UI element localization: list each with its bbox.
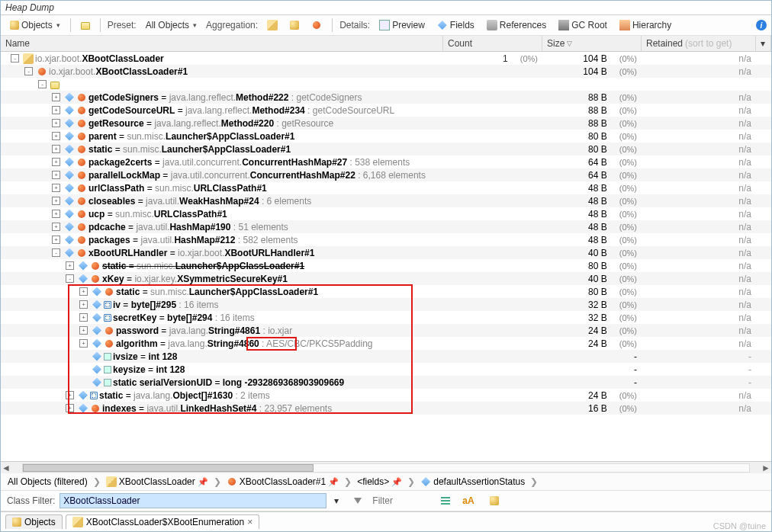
twisty-icon[interactable]: + bbox=[79, 287, 88, 296]
gcroot-button[interactable]: GC Root bbox=[554, 18, 612, 33]
twisty-icon[interactable]: + bbox=[79, 300, 88, 309]
view-list-button[interactable] bbox=[436, 495, 455, 507]
crumb-class[interactable]: XBootClassLoader 📌 bbox=[104, 476, 211, 488]
subfilter-input[interactable] bbox=[369, 493, 430, 508]
twisty-icon[interactable]: - bbox=[38, 80, 47, 88]
object-tree[interactable]: -io.xjar.boot.XBootClassLoader1 (0%)104 … bbox=[1, 52, 771, 461]
twisty-icon[interactable]: + bbox=[52, 197, 60, 205]
twisty-icon[interactable]: + bbox=[52, 171, 60, 179]
col-count[interactable]: Count bbox=[443, 36, 542, 51]
table-row[interactable]: +iv = byte[]#295 : 16 items32 B (0%)n/a bbox=[1, 298, 771, 311]
table-row[interactable]: +pdcache = java.util.HashMap#190 : 51 el… bbox=[1, 220, 771, 233]
hierarchy-button[interactable]: Hierarchy bbox=[615, 18, 676, 33]
twisty-icon[interactable]: - bbox=[52, 248, 60, 257]
crumb-all-objects[interactable]: All Objects (filtered) bbox=[5, 476, 90, 488]
twisty-icon[interactable]: + bbox=[79, 326, 88, 335]
table-row[interactable]: keysize = int 128-- bbox=[1, 363, 771, 376]
file-button[interactable] bbox=[76, 18, 95, 32]
horizontal-scrollbar[interactable]: ◄ ► bbox=[1, 461, 771, 473]
table-row[interactable]: +getResource = java.lang.reflect.Method#… bbox=[1, 117, 771, 130]
preset-value[interactable]: All Objects bbox=[141, 18, 201, 33]
table-row[interactable]: +packages = java.util.HashMap#212 : 582 … bbox=[1, 233, 771, 246]
twisty-icon[interactable]: + bbox=[52, 145, 60, 153]
pin-icon[interactable]: 📌 bbox=[391, 477, 402, 487]
cell-size: 104 B (0%) bbox=[542, 66, 642, 77]
agg-opt3[interactable] bbox=[307, 18, 326, 33]
twisty-icon[interactable]: + bbox=[66, 261, 74, 270]
twisty-icon[interactable]: + bbox=[52, 93, 60, 101]
scroll-right-icon[interactable]: ► bbox=[761, 463, 771, 473]
table-row[interactable]: static serialVersionUID = long -29328693… bbox=[1, 376, 771, 389]
references-button[interactable]: References bbox=[482, 18, 551, 33]
twisty-icon[interactable]: + bbox=[66, 391, 74, 399]
twisty-icon[interactable]: + bbox=[79, 339, 88, 348]
col-retained[interactable]: Retained (sort to get) bbox=[642, 36, 756, 51]
twisty-icon[interactable]: + bbox=[52, 119, 60, 127]
fields-icon bbox=[438, 21, 447, 30]
twisty-icon[interactable]: - bbox=[66, 274, 74, 283]
field-icon bbox=[65, 158, 74, 167]
tab-enumeration[interactable]: XBootClassLoader$XBootEnumeration × bbox=[66, 514, 259, 529]
filter-dropdown[interactable]: ▾ bbox=[330, 493, 343, 508]
view-pkg-button[interactable] bbox=[485, 494, 503, 508]
cell-retained: - bbox=[642, 364, 756, 375]
crumb-instance[interactable]: XBootClassLoader#1 📌 bbox=[224, 476, 341, 488]
twisty-icon[interactable]: + bbox=[52, 236, 60, 244]
agg-opt1[interactable] bbox=[262, 18, 282, 33]
table-row[interactable]: +algorithm = java.lang.String#4860 : AES… bbox=[1, 337, 771, 350]
fields-button[interactable]: Fields bbox=[433, 18, 479, 33]
table-row[interactable]: +static = java.lang.Object[]#1630 : 2 it… bbox=[1, 389, 771, 402]
twisty-icon[interactable]: + bbox=[79, 313, 88, 322]
table-row[interactable]: ivsize = int 128-- bbox=[1, 350, 771, 363]
scroll-left-icon[interactable]: ◄ bbox=[1, 463, 11, 473]
cell-size: 24 B (0%) bbox=[542, 390, 642, 401]
table-row[interactable]: +static = sun.misc.Launcher$AppClassLoad… bbox=[1, 285, 771, 298]
table-row[interactable]: +urlClassPath = sun.misc.URLClassPath#14… bbox=[1, 181, 771, 194]
twisty-icon[interactable]: + bbox=[52, 223, 60, 231]
preview-button[interactable]: Preview bbox=[375, 18, 429, 33]
table-row[interactable]: +parent = sun.misc.Launcher$AppClassLoad… bbox=[1, 130, 771, 143]
class-filter-input[interactable] bbox=[60, 493, 326, 508]
twisty-icon[interactable]: + bbox=[52, 210, 60, 218]
tab-objects[interactable]: Objects bbox=[5, 514, 63, 529]
twisty-icon[interactable]: - bbox=[11, 54, 19, 62]
twisty-icon[interactable]: + bbox=[52, 106, 60, 114]
twisty-icon[interactable]: + bbox=[52, 158, 60, 166]
view-text-button[interactable]: aA bbox=[458, 493, 478, 508]
pin-icon[interactable]: 📌 bbox=[328, 477, 339, 487]
table-row[interactable]: +getCodeSigners = java.lang.reflect.Meth… bbox=[1, 91, 771, 104]
field-icon bbox=[65, 171, 74, 180]
close-icon[interactable]: × bbox=[247, 517, 253, 527]
table-row[interactable]: +package2certs = java.util.concurrent.Co… bbox=[1, 155, 771, 168]
filter-funnel[interactable] bbox=[349, 495, 366, 506]
table-row[interactable]: - bbox=[1, 78, 771, 91]
table-row[interactable]: +static = sun.misc.Launcher$AppClassLoad… bbox=[1, 259, 771, 272]
crumb-fields[interactable]: <fields> 📌 bbox=[355, 476, 404, 488]
objects-button[interactable]: Objects bbox=[5, 18, 65, 33]
table-row[interactable]: +ucp = sun.misc.URLClassPath#148 B (0%)n… bbox=[1, 207, 771, 220]
col-name[interactable]: Name bbox=[1, 36, 443, 51]
twisty-icon[interactable]: + bbox=[66, 404, 74, 412]
twisty-icon[interactable]: + bbox=[52, 184, 60, 192]
scroll-thumb[interactable] bbox=[23, 464, 314, 472]
table-row[interactable]: +getCodeSourceURL = java.lang.reflect.Me… bbox=[1, 104, 771, 117]
table-row[interactable]: -xKey = io.xjar.key.XSymmetricSecureKey#… bbox=[1, 272, 771, 285]
crumb-leaf[interactable]: defaultAssertionStatus bbox=[418, 476, 527, 488]
table-row[interactable]: +indexes = java.util.LinkedHashSet#4 : 2… bbox=[1, 402, 771, 415]
twisty-icon[interactable]: + bbox=[52, 132, 60, 140]
cell-size: - bbox=[542, 364, 642, 375]
table-row[interactable]: +secretKey = byte[]#294 : 16 items32 B (… bbox=[1, 311, 771, 324]
agg-opt2[interactable] bbox=[285, 18, 304, 32]
table-row[interactable]: -io.xjar.boot.XBootClassLoader1 (0%)104 … bbox=[1, 52, 771, 65]
col-size[interactable]: Size▽ bbox=[542, 36, 642, 51]
table-row[interactable]: -io.xjar.boot.XBootClassLoader#1104 B (0… bbox=[1, 65, 771, 78]
table-row[interactable]: +parallelLockMap = java.util.concurrent.… bbox=[1, 168, 771, 181]
table-row[interactable]: +static = sun.misc.Launcher$AppClassLoad… bbox=[1, 143, 771, 155]
pin-icon[interactable]: 📌 bbox=[198, 477, 208, 487]
col-menu[interactable]: ▾ bbox=[756, 36, 771, 51]
table-row[interactable]: +closeables = java.util.WeakHashMap#24 :… bbox=[1, 194, 771, 207]
info-icon[interactable]: i bbox=[756, 20, 767, 30]
table-row[interactable]: -xBootURLHandler = io.xjar.boot.XBootURL… bbox=[1, 246, 771, 259]
table-row[interactable]: +password = java.lang.String#4861 : io.x… bbox=[1, 324, 771, 337]
twisty-icon[interactable]: - bbox=[24, 67, 33, 75]
